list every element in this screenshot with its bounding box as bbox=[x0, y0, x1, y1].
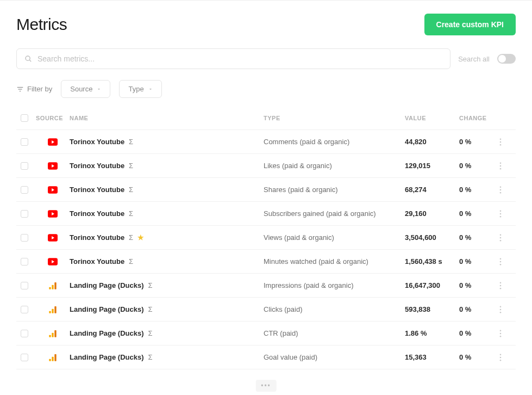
row-actions-menu[interactable] bbox=[499, 306, 516, 313]
row-checkbox[interactable] bbox=[21, 330, 28, 337]
column-value: VALUE bbox=[405, 115, 459, 121]
row-actions-menu[interactable] bbox=[499, 282, 516, 289]
svg-point-0 bbox=[26, 56, 30, 60]
row-actions-menu[interactable] bbox=[499, 354, 516, 361]
svg-point-44 bbox=[500, 330, 502, 331]
sigma-icon: Σ bbox=[129, 162, 133, 170]
row-value: 44,820 bbox=[405, 138, 459, 146]
svg-rect-31 bbox=[54, 282, 56, 289]
column-name: NAME bbox=[70, 115, 264, 121]
row-value: 68,274 bbox=[405, 186, 459, 194]
chevron-down-icon bbox=[148, 87, 153, 91]
row-name-cell: Torinox YoutubeΣ bbox=[70, 186, 264, 194]
row-checkbox[interactable] bbox=[21, 162, 28, 170]
svg-point-45 bbox=[500, 332, 502, 334]
row-name-cell: Landing Page (Ducks)Σ bbox=[70, 305, 264, 313]
row-actions-menu[interactable] bbox=[499, 186, 516, 194]
row-type: Subscribers gained (paid & organic) bbox=[264, 209, 405, 218]
svg-point-27 bbox=[500, 261, 502, 262]
svg-point-33 bbox=[500, 285, 502, 286]
row-change: 0 % bbox=[459, 329, 499, 337]
row-name-label: Torinox Youtube bbox=[70, 138, 124, 146]
row-value: 29,160 bbox=[405, 209, 459, 218]
sigma-icon: Σ bbox=[148, 329, 153, 337]
svg-rect-29 bbox=[49, 287, 51, 289]
svg-point-51 bbox=[500, 356, 502, 358]
row-checkbox[interactable] bbox=[21, 282, 28, 289]
row-type: Impressions (paid & organic) bbox=[264, 281, 405, 289]
column-change: CHANGE bbox=[459, 115, 499, 121]
source-icon-analytics bbox=[36, 353, 70, 362]
source-icon-youtube bbox=[36, 186, 70, 194]
sigma-icon: Σ bbox=[148, 305, 153, 313]
row-actions-menu[interactable] bbox=[499, 138, 516, 146]
filter-type-dropdown[interactable]: Type bbox=[119, 80, 161, 98]
row-name-label: Torinox Youtube bbox=[70, 257, 124, 266]
svg-point-20 bbox=[500, 215, 502, 217]
row-name-label: Landing Page (Ducks) bbox=[70, 353, 144, 361]
source-icon-analytics bbox=[36, 305, 70, 314]
table-row[interactable]: Torinox YoutubeΣShares (paid & organic)6… bbox=[16, 178, 516, 202]
table-row[interactable]: Torinox YoutubeΣ★Views (paid & organic)3… bbox=[16, 226, 516, 250]
source-icon-analytics bbox=[36, 329, 70, 338]
table-row[interactable]: Torinox YoutubeΣMinutes watched (paid & … bbox=[16, 250, 516, 274]
row-checkbox[interactable] bbox=[21, 234, 28, 242]
row-actions-menu[interactable] bbox=[499, 210, 516, 218]
row-checkbox[interactable] bbox=[21, 306, 28, 313]
search-box[interactable] bbox=[16, 48, 450, 69]
table-row[interactable]: Torinox YoutubeΣSubscribers gained (paid… bbox=[16, 202, 516, 226]
row-change: 0 % bbox=[459, 233, 499, 242]
row-actions-menu[interactable] bbox=[499, 162, 516, 170]
search-row: Search all bbox=[16, 48, 516, 69]
svg-point-12 bbox=[500, 168, 502, 169]
page-title: Metrics bbox=[16, 15, 67, 34]
filter-by-button[interactable]: Filter by bbox=[16, 85, 52, 93]
svg-point-6 bbox=[500, 138, 502, 140]
svg-point-11 bbox=[500, 165, 502, 166]
row-checkbox[interactable] bbox=[21, 354, 28, 361]
table-row[interactable]: Landing Page (Ducks)ΣImpressions (paid &… bbox=[16, 274, 516, 298]
column-type: TYPE bbox=[264, 115, 405, 121]
svg-point-50 bbox=[500, 354, 502, 355]
search-input[interactable] bbox=[37, 54, 442, 63]
row-change: 0 % bbox=[459, 186, 499, 194]
svg-rect-48 bbox=[52, 356, 53, 361]
row-name-cell: Torinox YoutubeΣ bbox=[70, 257, 264, 266]
svg-point-39 bbox=[500, 308, 502, 310]
row-checkbox[interactable] bbox=[21, 258, 28, 266]
row-value: 3,504,600 bbox=[405, 233, 459, 242]
row-checkbox[interactable] bbox=[21, 210, 28, 218]
footer-pagination[interactable]: ••• bbox=[255, 380, 277, 392]
svg-point-34 bbox=[500, 287, 502, 289]
source-icon-youtube bbox=[36, 162, 70, 170]
sigma-icon: Σ bbox=[148, 281, 153, 289]
table-row[interactable]: Landing Page (Ducks)ΣClicks (paid)593,83… bbox=[16, 298, 516, 322]
row-type: Shares (paid & organic) bbox=[264, 186, 405, 194]
table-row[interactable]: Torinox YoutubeΣComments (paid & organic… bbox=[16, 130, 516, 154]
row-actions-menu[interactable] bbox=[499, 234, 516, 242]
svg-rect-35 bbox=[49, 311, 51, 313]
search-all-toggle[interactable] bbox=[497, 54, 516, 64]
row-actions-menu[interactable] bbox=[499, 330, 516, 337]
row-checkbox[interactable] bbox=[21, 138, 28, 146]
page-header: Metrics Create custom KPI bbox=[16, 14, 516, 35]
row-name-cell: Torinox YoutubeΣ bbox=[70, 162, 264, 170]
row-change: 0 % bbox=[459, 305, 499, 313]
row-name-cell: Landing Page (Ducks)Σ bbox=[70, 281, 264, 289]
row-checkbox[interactable] bbox=[21, 186, 28, 194]
row-actions-menu[interactable] bbox=[499, 258, 516, 266]
filter-icon bbox=[16, 85, 24, 93]
row-change: 0 % bbox=[459, 138, 499, 146]
table-row[interactable]: Landing Page (Ducks)ΣGoal value (paid)15… bbox=[16, 345, 516, 369]
table-header: SOURCE NAME TYPE VALUE CHANGE bbox=[16, 111, 516, 130]
filter-source-dropdown[interactable]: Source bbox=[61, 80, 110, 98]
row-change: 0 % bbox=[459, 281, 499, 289]
svg-point-10 bbox=[500, 162, 502, 164]
chevron-down-icon bbox=[97, 87, 101, 91]
svg-point-18 bbox=[500, 210, 502, 212]
create-custom-kpi-button[interactable]: Create custom KPI bbox=[424, 14, 516, 35]
select-all-checkbox[interactable] bbox=[21, 114, 28, 122]
table-row[interactable]: Landing Page (Ducks)ΣCTR (paid)1.86 %0 % bbox=[16, 322, 516, 345]
star-icon: ★ bbox=[137, 233, 144, 242]
table-row[interactable]: Torinox YoutubeΣLikes (paid & organic)12… bbox=[16, 154, 516, 178]
